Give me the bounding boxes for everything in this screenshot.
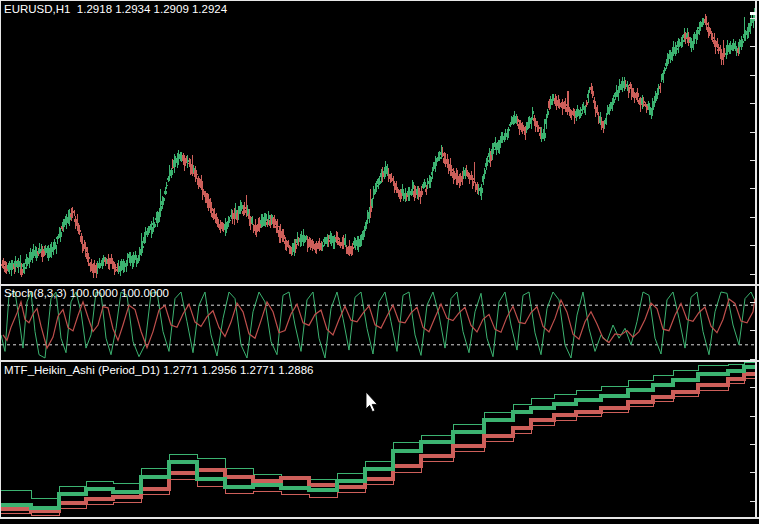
mt4-chart-window: EURUSD,H1 1.2918 1.2934 1.2909 1.2924 St… <box>0 0 759 524</box>
indicator-values: 100.0000 100.0000 <box>70 287 169 299</box>
indicator-values: 1.2771 1.2956 1.2771 1.2886 <box>163 364 313 376</box>
symbol-ohlc-label: EURUSD,H1 1.2918 1.2934 1.2909 1.2924 <box>4 3 227 15</box>
indicator-name: Stoch(8,3,3) <box>4 287 67 299</box>
price-scale-ticks <box>750 0 756 519</box>
indicator-name: MTF_Heikin_Ashi (Period_D1) <box>4 364 160 376</box>
stochastic-label: Stoch(8,3,3) 100.0000 100.0000 <box>4 287 169 299</box>
time-axis[interactable] <box>0 519 759 524</box>
mtf-heikin-ashi-chart <box>1 362 755 517</box>
stochastic-panel[interactable]: Stoch(8,3,3) 100.0000 100.0000 <box>1 286 755 360</box>
price-chart-panel[interactable]: EURUSD,H1 1.2918 1.2934 1.2909 1.2924 <box>1 1 755 284</box>
ohlc-values: 1.2918 1.2934 1.2909 1.2924 <box>77 3 227 15</box>
symbol-label: EURUSD,H1 <box>4 3 70 15</box>
mouse-cursor-icon <box>365 392 381 416</box>
candlestick-chart <box>1 1 755 284</box>
mtf-heikin-ashi-panel[interactable]: MTF_Heikin_Ashi (Period_D1) 1.2771 1.295… <box>1 362 755 517</box>
mtf-label: MTF_Heikin_Ashi (Period_D1) 1.2771 1.295… <box>4 364 313 376</box>
